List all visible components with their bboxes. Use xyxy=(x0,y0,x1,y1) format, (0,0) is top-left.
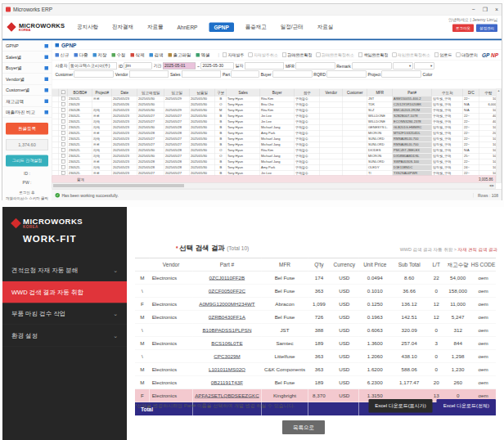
toolbar-checkbox[interactable]: 대량문의 xyxy=(456,52,478,58)
table-row[interactable]: 230521.자재2025/05/232025/05/302025/05/282… xyxy=(52,124,496,130)
sidebar-item[interactable]: 견적요청 자재 자동 분해⌄ xyxy=(2,260,127,282)
nav-tab[interactable]: AhnERP xyxy=(175,22,200,32)
sidebar-item[interactable]: Customer별 xyxy=(2,85,52,97)
table-row[interactable]: 2305232025/05/262025/05/302025/05/30OTon… xyxy=(52,101,496,107)
part-link[interactable]: APFA2SETLQBDSEEZGKC xyxy=(195,393,259,398)
toolbar-checkbox[interactable]: 자재발주취소 xyxy=(248,52,278,58)
table-row[interactable]: MElectronics0ZCJ0110FF2BBel Fuse174USD0.… xyxy=(135,272,496,285)
table-row[interactable]: MElectronics0ZRB0430FF1ABel Fuse726USD0.… xyxy=(135,311,496,324)
sidebar-item[interactable]: Buyer별 xyxy=(2,63,52,74)
part-link[interactable]: 0ZCF0050FF2C xyxy=(209,288,245,294)
table-row[interactable]: 230521.자재2025/05/232025/05/282025/05/282… xyxy=(52,164,496,170)
excel-download-marked-button[interactable]: Excel 다운로드(표시가) xyxy=(368,399,432,413)
checkbox-icon[interactable] xyxy=(61,142,65,146)
checkbox-icon[interactable] xyxy=(61,165,65,169)
row-checkbox-cell[interactable] xyxy=(59,96,68,101)
grid-header-cell[interactable]: Date xyxy=(112,89,137,97)
part-link[interactable]: 0B21191T43F xyxy=(211,379,243,385)
row-checkbox-cell[interactable] xyxy=(59,147,68,153)
grid-header-cell[interactable]: 입고일 xyxy=(164,89,190,97)
row-checkbox-cell[interactable] xyxy=(59,101,68,107)
row-checkbox-cell[interactable] xyxy=(59,119,68,124)
grid-header-cell[interactable]: Part# xyxy=(393,89,432,97)
grid-header-cell[interactable]: Customer xyxy=(343,89,367,97)
table-row[interactable]: 230521.자재2025/05/232025/05/302025/05/282… xyxy=(52,147,496,153)
checkbox-icon[interactable] xyxy=(61,159,65,164)
grid-header-cell[interactable]: Buyer xyxy=(260,89,295,97)
row-checkbox-cell[interactable] xyxy=(59,164,68,170)
grid-header-cell[interactable]: MFR xyxy=(367,89,393,97)
checkbox-icon[interactable] xyxy=(61,114,65,118)
scroll-thumb[interactable] xyxy=(53,184,184,187)
checkbox-icon[interactable] xyxy=(61,119,65,123)
grid-header-cell[interactable]: 입고예정일 xyxy=(137,89,164,97)
filter-input[interactable] xyxy=(129,71,169,78)
toolbar-button[interactable]: 신규 xyxy=(56,52,70,58)
settings-button[interactable]: 설정관리 xyxy=(476,25,497,33)
row-checkbox-cell[interactable] xyxy=(59,107,68,113)
toolbar-checkbox[interactable]: 판매완료확정취소 xyxy=(316,52,354,58)
table-row[interactable]: 230521.자재2025/05/232025/05/272025/05/272… xyxy=(52,119,496,124)
row-checkbox-cell[interactable] xyxy=(59,159,68,164)
toolbar-checkbox[interactable]: 판매완료확정 xyxy=(282,52,313,58)
toolbar-button[interactable]: 검색 xyxy=(150,52,164,58)
filter-select[interactable]: ▾ xyxy=(393,63,412,70)
table-row[interactable]: 230521.프로2025/05/232025/05/282025/05/282… xyxy=(52,159,496,164)
excel-download-all-button[interactable]: Excel 다운로드(전체) xyxy=(437,399,496,413)
nav-tab[interactable]: 자료몰 xyxy=(145,22,166,33)
toolbar-checkbox[interactable]: 책임완료확정 xyxy=(358,52,389,58)
table-row[interactable]: 230528.자재2025/05/232025/05/302025/05/292… xyxy=(52,107,496,113)
sidebar-item[interactable]: GPNP xyxy=(2,41,52,52)
grid-header-cell[interactable]: 구분 xyxy=(215,89,227,97)
part-link[interactable]: 0ZRB0430FF1A xyxy=(209,314,245,320)
toolbar-checkbox[interactable]: 자재발주 xyxy=(223,52,245,58)
toolbar-checkbox[interactable]: 재입완료확정취소 xyxy=(392,52,430,58)
part-link[interactable]: A0M9G12000MH234WT xyxy=(199,301,254,307)
filter-input[interactable]: 2025-05-01 xyxy=(163,63,196,70)
filter-input[interactable]: 2025-05-30 xyxy=(200,63,233,70)
nav-tab[interactable]: 일정/근태 xyxy=(278,22,306,33)
filter-input[interactable] xyxy=(327,71,367,78)
filter-input[interactable] xyxy=(352,63,391,70)
toolbar-button[interactable]: 삭제 xyxy=(131,52,145,58)
row-checkbox-cell[interactable] xyxy=(59,153,68,159)
window-control-icon[interactable]: ❐ xyxy=(483,7,488,13)
sidebar-item[interactable]: 재고금액 xyxy=(2,96,52,107)
window-control-icon[interactable]: − xyxy=(472,7,475,13)
sidebar-item[interactable]: 부품 마킹 검수 작업⌄ xyxy=(2,303,127,326)
sidebar-item[interactable]: 매출/마진 비교 xyxy=(2,107,52,119)
table-row[interactable]: 230521.프로2025/05/232025/05/272025/05/272… xyxy=(52,141,496,147)
checkbox-icon[interactable] xyxy=(61,90,65,94)
grid-header-cell[interactable] xyxy=(59,89,68,97)
grid-header-cell[interactable]: Project# xyxy=(92,89,112,97)
table-row[interactable]: FElectronicsA0M9G12000MH234WTAbracon1,09… xyxy=(135,298,496,311)
part-link[interactable]: BCS106L0TE xyxy=(211,340,242,346)
filter-input[interactable] xyxy=(382,71,421,78)
grid-header-cell[interactable]: BO/BD# xyxy=(68,89,92,97)
part-link[interactable]: B10BPADSS1PLPSN xyxy=(202,327,251,333)
part-link[interactable]: CPC3029M xyxy=(214,353,240,359)
toolbar-button[interactable]: 저장 xyxy=(93,52,107,58)
table-row[interactable]: \CPC3029MLittelfuse363USD1.2060438.1001,… xyxy=(135,350,496,363)
grid-header-cell[interactable]: D/C xyxy=(463,89,479,97)
toolbar-button[interactable]: 수정 xyxy=(112,52,126,58)
filter-input[interactable] xyxy=(272,71,312,78)
grid-header-cell[interactable]: 납품일 xyxy=(190,89,215,97)
sidebar-item[interactable]: 환경 설정⌄ xyxy=(2,325,127,347)
table-row[interactable]: 230521.자재2025/05/232025/05/302025/05/272… xyxy=(52,153,496,159)
row-checkbox-cell[interactable] xyxy=(59,113,68,119)
table-row[interactable]: MElectronicsBCS106L0TESamtec189USD1.3600… xyxy=(135,337,496,350)
row-checkbox-cell[interactable] xyxy=(59,130,68,136)
table-row[interactable]: \0ZCF0050FF2CBel Fuse363USD0.101036.6601… xyxy=(135,285,496,298)
nav-tab[interactable]: GPNP xyxy=(209,22,233,32)
checkbox-icon[interactable] xyxy=(61,171,65,175)
filter-input[interactable] xyxy=(182,71,221,78)
filter-input[interactable] xyxy=(74,71,114,78)
filter-input[interactable] xyxy=(295,63,335,70)
filter-input[interactable] xyxy=(245,63,284,70)
table-row[interactable]: \B10BPADSS1PLPSNJST388USD0.6063320.09031… xyxy=(135,324,496,337)
toolbar-button[interactable]: 다중 xyxy=(74,52,88,58)
checkbox-icon[interactable] xyxy=(61,125,65,129)
checkbox-icon[interactable] xyxy=(61,97,65,101)
toolbar-button[interactable]: 엑셀 xyxy=(196,52,210,58)
